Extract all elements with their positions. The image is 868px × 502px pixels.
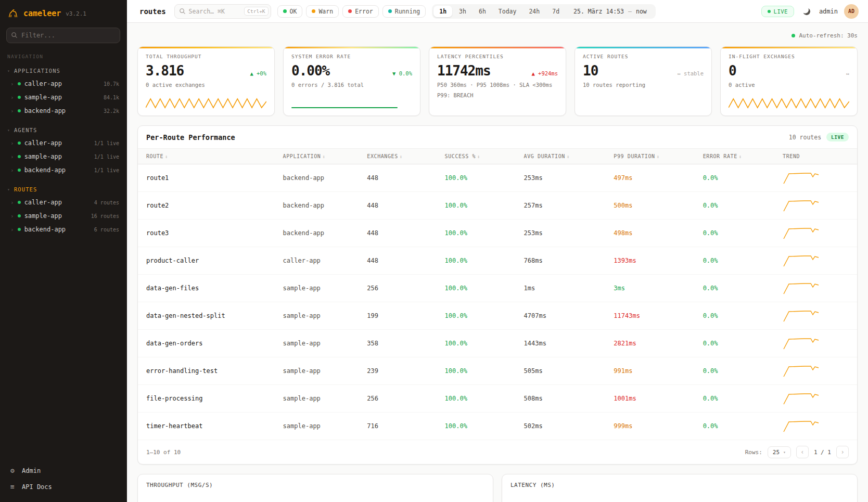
status-dot — [18, 109, 21, 112]
table-row[interactable]: route2 backend-app 448 100.0% 257ms 500m… — [138, 192, 857, 220]
column-header-p99-duration[interactable]: P99 DURATION↕ — [605, 149, 694, 164]
caret-down-icon: ▾ — [7, 69, 10, 73]
range-button-3h[interactable]: 3h — [453, 6, 472, 17]
routes-table: ROUTE↕ APPLICATION↕ EXCHANGES↕ SUCCESS %… — [138, 148, 857, 440]
kpi-value: 0.00% — [291, 63, 329, 79]
table-row[interactable]: data-gen-files sample-app 256 100.0% 1ms… — [138, 275, 857, 302]
group-header-routes[interactable]: ▾ ROUTES — [0, 184, 126, 196]
sidebar-item-sample-app[interactable]: › sample-app 84.1k — [0, 91, 126, 104]
sidebar-item-sample-app-routes[interactable]: › sample-app 16 routes — [0, 209, 126, 223]
route-app: sample-app — [275, 385, 359, 413]
date-range-picker[interactable]: 25. März 14:53 — now — [566, 8, 654, 15]
per-route-performance-panel: Per-Route Performance 10 routes LIVE ROU… — [137, 125, 858, 465]
range-button-24h[interactable]: 24h — [523, 6, 545, 17]
route-name: error-handling-test — [138, 357, 275, 385]
table-row[interactable]: route1 backend-app 448 100.0% 253ms 497m… — [138, 164, 857, 192]
filter-chip-ok[interactable]: OK — [277, 5, 303, 18]
column-header-application[interactable]: APPLICATION↕ — [275, 149, 359, 164]
chip-label: Error — [355, 8, 373, 15]
range-button-6h[interactable]: 6h — [473, 6, 492, 17]
column-header-success[interactable]: SUCCESS %↕ — [437, 149, 516, 164]
filter-chip-running[interactable]: Running — [382, 5, 426, 18]
kpi-value: 10 — [583, 63, 598, 79]
route-trend — [774, 220, 857, 247]
sidebar-item-api-docs[interactable]: ≡ API Docs — [0, 479, 126, 495]
error-rate-flatline — [291, 107, 398, 108]
column-header-trend[interactable]: TREND — [774, 149, 857, 164]
route-name: route2 — [138, 192, 275, 220]
table-row[interactable]: data-gen-orders sample-app 358 100.0% 14… — [138, 330, 857, 357]
column-header-exchanges[interactable]: EXCHANGES↕ — [359, 149, 436, 164]
table-row[interactable]: file-processing sample-app 256 100.0% 50… — [138, 385, 857, 413]
kpi-delta: ▲ +924ms — [531, 70, 558, 76]
filter-chip-error[interactable]: Error — [342, 5, 379, 18]
chevron-right-icon: › — [10, 167, 14, 174]
route-exchanges: 716 — [359, 413, 436, 440]
sidebar-item-caller-app-routes[interactable]: › caller-app 4 routes — [0, 196, 126, 209]
avatar[interactable]: AD — [844, 4, 859, 19]
sidebar-item-backend-app-agent[interactable]: › backend-app 1/1 live — [0, 163, 126, 177]
live-toggle-badge[interactable]: LIVE — [761, 6, 794, 17]
next-page-button[interactable]: › — [836, 446, 849, 458]
item-label: backend-app — [24, 226, 66, 233]
rows-per-page-select[interactable]: 25 ▾ — [768, 446, 791, 458]
sidebar-group-agents: ▾ AGENTS › caller-app 1/1 live › sample-… — [0, 125, 126, 177]
column-header-route[interactable]: ROUTE↕ — [138, 149, 275, 164]
route-success: 100.0% — [437, 357, 516, 385]
sidebar-item-admin[interactable]: ⚙ Admin — [0, 462, 126, 479]
range-button-7d[interactable]: 7d — [546, 6, 565, 17]
route-success: 100.0% — [437, 220, 516, 247]
chevron-right-icon: › — [10, 108, 14, 114]
status-dot — [18, 155, 21, 158]
route-error-rate: 0.0% — [695, 164, 774, 192]
app-logo: cameleer v3.2.1 — [0, 0, 126, 24]
route-exchanges: 448 — [359, 192, 436, 220]
kpi-label: SYSTEM ERROR RATE — [291, 54, 412, 59]
sidebar-filter-input[interactable] — [6, 28, 120, 43]
sidebar-item-caller-app-agent[interactable]: › caller-app 1/1 live — [0, 136, 126, 150]
range-button-today[interactable]: Today — [493, 6, 522, 17]
column-header-error-rate[interactable]: ERROR RATE↕ — [695, 149, 774, 164]
item-label: backend-app — [24, 107, 66, 114]
table-row[interactable]: error-handling-test sample-app 239 100.0… — [138, 357, 857, 385]
dark-mode-toggle[interactable] — [800, 5, 813, 18]
moon-icon — [802, 7, 811, 16]
status-dot — [18, 96, 21, 99]
table-row[interactable]: timer-heartbeat sample-app 716 100.0% 50… — [138, 413, 857, 440]
prev-page-button[interactable]: ‹ — [796, 446, 809, 458]
sidebar-item-backend-app-routes[interactable]: › backend-app 6 routes — [0, 223, 126, 236]
sidebar-item-sample-app-agent[interactable]: › sample-app 1/1 live — [0, 150, 126, 163]
filter-chip-warn[interactable]: Warn — [306, 5, 339, 18]
table-row[interactable]: data-gen-nested-split sample-app 199 100… — [138, 302, 857, 330]
sidebar-group-applications: ▾ APPLICATIONS › caller-app 10.7k › samp… — [0, 66, 126, 118]
item-badge: 16 routes — [91, 213, 119, 219]
sidebar-item-caller-app[interactable]: › caller-app 10.7k — [0, 77, 126, 91]
group-header-agents[interactable]: ▾ AGENTS — [0, 125, 126, 136]
kpi-cards: TOTAL THROUGHPUT 3.816 ▲ +0% 0 active ex… — [137, 46, 858, 116]
status-dot — [18, 228, 21, 231]
table-row[interactable]: route3 backend-app 448 100.0% 253ms 498m… — [138, 220, 857, 247]
chevron-right-icon: › — [10, 199, 14, 206]
route-exchanges: 239 — [359, 357, 436, 385]
route-error-rate: 0.0% — [695, 192, 774, 220]
sidebar-spacer — [0, 243, 126, 459]
chevron-right-icon: › — [10, 140, 14, 147]
route-error-rate: 0.0% — [695, 302, 774, 330]
route-p99-duration: 2821ms — [605, 330, 694, 357]
trend-sparkline — [783, 419, 820, 433]
kpi-subtext: 0 active exchanges — [146, 81, 266, 89]
throughput-chart-panel: THROUGHPUT (MSG/S) — [137, 474, 493, 502]
group-header-applications[interactable]: ▾ APPLICATIONS — [0, 66, 126, 77]
trend-sparkline — [783, 337, 820, 350]
trend-sparkline — [783, 171, 820, 185]
sidebar-item-backend-app[interactable]: › backend-app 32.2k — [0, 104, 126, 118]
chip-label: OK — [290, 8, 297, 15]
chart-title: LATENCY (MS) — [510, 482, 849, 488]
range-button-1h[interactable]: 1h — [433, 6, 452, 17]
route-exchanges: 199 — [359, 302, 436, 330]
route-success: 100.0% — [437, 385, 516, 413]
chevron-right-icon: › — [10, 153, 14, 160]
route-p99-duration: 1393ms — [605, 247, 694, 275]
column-header-avg-duration[interactable]: AVG DURATION↕ — [516, 149, 606, 164]
table-row[interactable]: product-caller caller-app 448 100.0% 768… — [138, 247, 857, 275]
